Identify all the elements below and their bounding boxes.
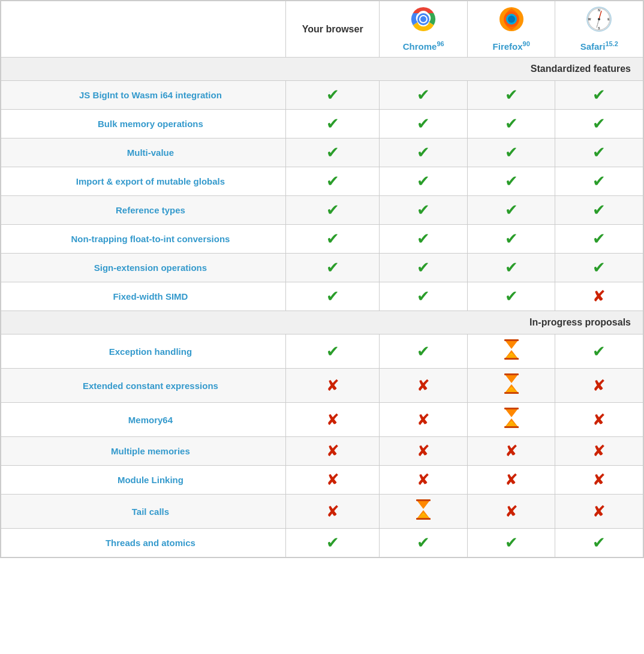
chrome-status: ✔ [380,81,468,110]
feature-name[interactable]: Bulk memory operations [1,110,286,138]
chrome-status: ✔ [380,167,468,196]
cross-icon: ✘ [592,442,606,460]
feature-name[interactable]: Threads and atomics [1,529,286,557]
check-icon: ✔ [592,143,606,161]
feature-name[interactable]: Non-trapping float-to-int conversions [1,225,286,254]
table-row: Fixed-width SIMD ✔ ✔ ✔ ✘ [1,282,643,311]
chrome-name: Chrome96 [403,41,444,52]
safari-status: ✔ [555,138,643,167]
safari-status: ✔ [555,225,643,254]
check-icon: ✔ [505,534,518,551]
check-icon: ✔ [326,86,339,104]
firefox-status [467,403,555,437]
safari-status: ✔ [555,81,643,110]
feature-name[interactable]: Multi-value [1,138,286,167]
firefox-status: ✔ [467,282,555,311]
check-icon: ✔ [417,172,430,190]
table-row: Module Linking ✘ ✘ ✘ ✘ [1,466,643,495]
firefox-status: ✔ [467,529,555,557]
safari-status: ✘ [555,437,643,466]
cross-icon: ✘ [326,471,339,489]
feature-name[interactable]: Exception handling [1,334,286,369]
feature-name[interactable]: Memory64 [1,403,286,437]
check-icon: ✔ [417,534,430,551]
compatibility-table: Your browser [0,0,644,558]
your-browser-status: ✘ [285,437,380,466]
feature-name[interactable]: Sign-extension operations [1,254,286,282]
feature-name[interactable]: Reference types [1,196,286,225]
cross-icon: ✘ [592,502,606,520]
check-icon: ✔ [417,342,430,360]
safari-status: ✘ [555,495,643,529]
safari-status: ✔ [555,196,643,225]
table-row: Non-trapping float-to-int conversions ✔ … [1,225,643,254]
your-browser-status: ✔ [285,196,380,225]
feature-name[interactable]: Multiple memories [1,437,286,466]
feature-name[interactable]: Module Linking [1,466,286,495]
safari-status: ✘ [555,466,643,495]
safari-status: ✔ [555,334,643,369]
safari-status: ✔ [555,110,643,138]
feature-column-header [1,1,286,58]
safari-icon: N S E W [559,6,639,38]
your-browser-status: ✘ [285,403,380,437]
chrome-version: 96 [437,40,444,47]
chrome-status: ✔ [380,225,468,254]
feature-name[interactable]: Extended constant expressions [1,369,286,403]
safari-status: ✘ [555,369,643,403]
firefox-status: ✔ [467,81,555,110]
check-icon: ✔ [592,230,606,248]
hourglass-icon [503,373,520,397]
svg-point-3 [420,16,426,22]
your-browser-status: ✘ [285,466,380,495]
cross-icon: ✘ [326,502,339,520]
check-icon: ✔ [326,143,339,161]
check-icon: ✔ [592,201,606,219]
table-row: Extended constant expressions ✘ ✘ ✘ [1,369,643,403]
safari-version: 15.2 [605,40,618,47]
section-header: Standardized features [1,58,643,81]
cross-icon: ✘ [592,376,606,394]
check-icon: ✔ [592,172,606,190]
check-icon: ✔ [417,143,430,161]
your-browser-status: ✔ [285,167,380,196]
your-browser-status: ✔ [285,81,380,110]
firefox-icon [471,6,552,38]
firefox-status: ✔ [467,254,555,282]
firefox-status: ✔ [467,138,555,167]
safari-name: Safari15.2 [580,41,618,52]
feature-name[interactable]: JS BigInt to Wasm i64 integration [1,81,286,110]
check-icon: ✔ [592,86,606,104]
section-title: In-progress proposals [1,311,643,334]
svg-rect-18 [504,339,519,341]
check-icon: ✔ [505,287,518,305]
chrome-icon [383,6,464,38]
check-icon: ✔ [326,114,339,132]
cross-icon: ✘ [505,442,518,460]
cross-icon: ✘ [592,471,606,489]
check-icon: ✔ [505,201,518,219]
chrome-status: ✘ [380,403,468,437]
firefox-name: Firefox90 [493,41,530,52]
safari-status: ✔ [555,167,643,196]
check-icon: ✔ [417,258,430,276]
section-header: In-progress proposals [1,311,643,334]
cross-icon: ✘ [505,471,518,489]
chrome-status: ✘ [380,369,468,403]
firefox-status: ✔ [467,167,555,196]
your-browser-status: ✔ [285,529,380,557]
check-icon: ✔ [326,230,339,248]
hourglass-icon [503,339,520,363]
check-icon: ✔ [592,534,606,551]
feature-name[interactable]: Tail calls [1,495,286,529]
feature-name[interactable]: Import & export of mutable globals [1,167,286,196]
svg-rect-30 [504,408,519,409]
chrome-status: ✔ [380,196,468,225]
check-icon: ✔ [417,201,430,219]
chrome-status: ✔ [380,282,468,311]
check-icon: ✔ [326,201,339,219]
your-browser-header: Your browser [285,1,380,58]
feature-name[interactable]: Fixed-width SIMD [1,282,286,311]
chrome-status: ✔ [380,334,468,369]
svg-rect-24 [504,373,519,375]
